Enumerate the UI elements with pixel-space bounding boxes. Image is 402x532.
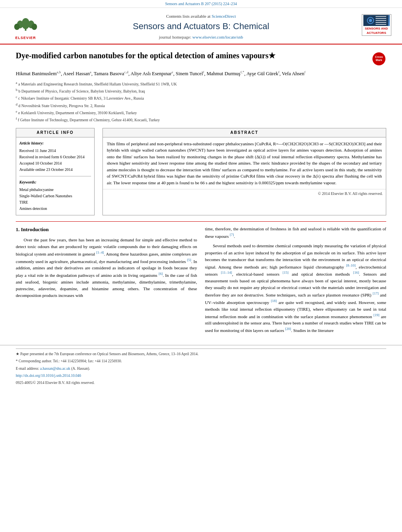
received-date: Received 11 June 2014 [19, 148, 91, 154]
abstract-body: Thin films of peripheral and non-periphe… [103, 137, 386, 189]
footnote-star: ★ Paper presented at the 7th European co… [16, 351, 386, 357]
crossmark-badge: CrossMark [372, 52, 386, 66]
ref-1-4: [1–4] [96, 250, 104, 254]
elsevier-logo: ELSEVIER [8, 11, 43, 44]
keyword-4: Amines detection [19, 206, 91, 212]
sensors-logo-box: SENSORS ANDACTUATORS [362, 14, 391, 36]
keyword-1: Metal phthalocyanine [19, 187, 91, 193]
intro-col-left: 1. Introduction Over the past few years,… [16, 226, 197, 337]
footnote-email: E-mail address: a.hassan@shu.ac.uk (A. H… [16, 366, 386, 371]
sensors-logo: SENSORS ANDACTUATORS [359, 11, 394, 44]
affiliation-b: b b Department of Physics, Faculty of Sc… [16, 88, 386, 94]
doi-text: Sensors and Actuators B 207 (2015) 224–2… [165, 2, 237, 6]
keyword-3: TIRE [19, 199, 91, 206]
intro-p1: Over the past few years, there has been … [16, 237, 197, 299]
journal-title: Sensors and Actuators B: Chemical [133, 20, 269, 33]
ref-15: [15] [283, 271, 288, 274]
ref-18: [18] [271, 299, 277, 303]
affiliation-c: c c Nikolaev Institute of Inorganic Chem… [16, 95, 386, 101]
section-divider [16, 221, 386, 222]
abstract-header: ABSTRACT [103, 128, 386, 137]
accepted-date: Accepted 10 October 2014 [19, 160, 91, 167]
affiliation-d: d d Novosibirsk State University, Pirogo… [16, 102, 386, 109]
article-title-section: Dye-modified carbon nanotubes for the op… [16, 50, 386, 66]
intro-section: 1. Introduction Over the past few years,… [16, 226, 386, 337]
authors-line: Hikmat Banimuslema,b, Aseel Hassana, Tam… [16, 69, 386, 78]
article-info-body: Article history: Received 11 June 2014 R… [16, 137, 94, 215]
ref-7: [7] [230, 233, 234, 237]
footnote-divider [16, 348, 386, 349]
history-title: Article history: [19, 141, 91, 146]
crossmark-text: CrossMark [375, 56, 383, 61]
copyright-line: © 2014 Elsevier B.V. All rights reserved… [103, 189, 386, 198]
intro-col-right: time, therefore, the determination of fr… [205, 226, 386, 337]
elsevier-logo-image [11, 16, 41, 35]
svg-point-5 [32, 24, 37, 30]
keywords-section: Keywords: Metal phthalocyanine Single-Wa… [19, 180, 91, 212]
doi-banner: Sensors and Actuators B 207 (2015) 224–2… [0, 0, 402, 8]
page: Sensors and Actuators B 207 (2015) 224–2… [0, 0, 402, 532]
intro-p2: time, therefore, the determination of fr… [205, 226, 386, 240]
journal-header: ELSEVIER Contents lists available at Sci… [0, 8, 402, 44]
abstract-box: ABSTRACT Thin films of peripheral and no… [102, 128, 386, 215]
article-info-box: ARTICLE INFO Article history: Received 1… [16, 128, 95, 215]
footnote-corresponding: * Corresponding author. Tel.: +44 114225… [16, 358, 386, 364]
svg-point-4 [14, 24, 20, 30]
revised-date: Received in revised form 6 October 2014 [19, 154, 91, 160]
svg-point-8 [369, 19, 372, 22]
sensors-logo-image [363, 15, 390, 26]
intro-title: 1. Introduction [16, 226, 197, 234]
header-center: Contents lists available at ScienceDirec… [43, 11, 359, 44]
info-abstract-section: ARTICLE INFO Article history: Received 1… [16, 128, 386, 215]
article-history: Article history: Received 11 June 2014 R… [19, 141, 91, 173]
footnote-doi: http://dx.doi.org/10.1016/j.snb.2014.10.… [16, 373, 386, 378]
contents-available: Contents lists available at ScienceDirec… [166, 13, 236, 19]
sensors-logo-text: SENSORS ANDACTUATORS [365, 27, 388, 35]
crossmark-circle: CrossMark [372, 52, 385, 65]
footnote-area: ★ Paper presented at the 7th European co… [0, 345, 402, 386]
ref-6: [6] [158, 272, 163, 276]
homepage-url[interactable]: www.elsevier.com/locate/snb [192, 35, 243, 39]
ref-5: [5] [187, 258, 192, 262]
email-link[interactable]: a.hassan@shu.ac.uk [40, 367, 71, 371]
info-divider [19, 176, 91, 176]
footnote-issn: 0925-4005/© 2014 Elsevier B.V. All right… [16, 380, 386, 386]
journal-homepage: journal homepage: www.elsevier.com/locat… [159, 34, 243, 40]
article-content: Dye-modified carbon nanotubes for the op… [0, 44, 402, 345]
ref-17: [17] [373, 291, 379, 295]
keyword-2: Single-Walled Carbon Nanotubes [19, 193, 91, 199]
intro-p3: Several methods used to determine chemic… [205, 243, 386, 334]
ref-11-14: [11–14] [221, 271, 232, 274]
ref-19: [19] [374, 313, 380, 317]
affiliation-a: a a Materials and Engineering Research I… [16, 81, 386, 87]
ref-20: [20] [285, 327, 291, 331]
ref-8-10: [8–10] [346, 263, 355, 267]
doi-link[interactable]: http://dx.doi.org/10.1016/j.snb.2014.10.… [16, 374, 81, 378]
elsevier-text: ELSEVIER [15, 35, 36, 41]
affiliation-e: e e Kırklareli University, Department of… [16, 109, 386, 116]
keywords-title: Keywords: [19, 180, 91, 185]
article-info-header: ARTICLE INFO [16, 128, 94, 137]
affiliation-f: f f Gebze Institute of Technology, Depar… [16, 117, 386, 123]
available-date: Available online 23 October 2014 [19, 167, 91, 173]
article-title: Dye-modified carbon nanotubes for the op… [16, 50, 367, 61]
ref-16: [16] [353, 271, 359, 274]
affiliations: a a Materials and Engineering Research I… [16, 81, 386, 123]
